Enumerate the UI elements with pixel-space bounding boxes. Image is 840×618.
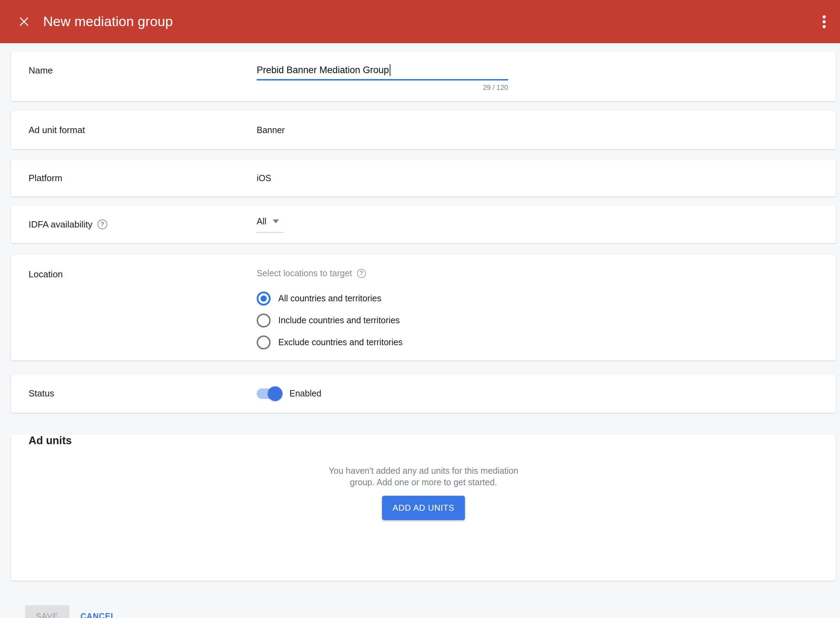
idfa-availability-label-text: IDFA availability: [28, 219, 93, 230]
empty-message-line2: group. Add one or more to get started.: [28, 477, 818, 488]
idfa-availability-card: IDFA availability ? All: [11, 205, 836, 243]
ad-units-empty-state: You haven't added any ad units for this …: [28, 465, 818, 520]
name-input-value: Prebid Banner Mediation Group: [257, 65, 389, 76]
close-icon: [18, 16, 30, 27]
empty-message-line1: You haven't added any ad units for this …: [28, 465, 818, 477]
form-content: Name Prebid Banner Mediation Group 29 / …: [0, 52, 840, 618]
radio-option-all-countries[interactable]: All countries and territories: [257, 287, 402, 309]
radio-unselected-icon: [257, 336, 271, 349]
ad-unit-format-card: Ad unit format Banner: [11, 111, 836, 149]
radio-option-label: Include countries and territories: [278, 315, 400, 325]
radio-selected-icon: [257, 291, 271, 306]
location-group-label-text: Select locations to target: [257, 268, 352, 278]
ad-unit-format-value: Banner: [257, 125, 285, 135]
radio-option-label: Exclude countries and territories: [278, 337, 402, 347]
platform-value: iOS: [257, 173, 271, 183]
ad-units-heading: Ad units: [28, 434, 818, 447]
name-card: Name Prebid Banner Mediation Group 29 / …: [11, 52, 836, 101]
dropdown-arrow-icon: [273, 220, 279, 223]
help-icon[interactable]: ?: [357, 269, 366, 278]
name-input[interactable]: Prebid Banner Mediation Group: [257, 64, 508, 76]
overflow-menu-button[interactable]: [818, 12, 830, 31]
radio-option-label: All countries and territories: [278, 293, 381, 303]
cancel-button[interactable]: CANCEL: [80, 605, 116, 618]
status-label: Status: [28, 388, 257, 399]
idfa-availability-label: IDFA availability ?: [28, 219, 257, 230]
name-label: Name: [28, 64, 257, 101]
status-value: Enabled: [289, 388, 321, 398]
radio-unselected-icon: [257, 313, 271, 327]
add-ad-units-button[interactable]: ADD AD UNITS: [382, 496, 465, 520]
close-button[interactable]: [18, 15, 31, 28]
save-button[interactable]: SAVE: [25, 605, 69, 618]
status-card: Status Enabled: [11, 374, 836, 413]
platform-card: Platform iOS: [11, 160, 836, 196]
dropdown-underline: [257, 232, 283, 233]
appbar: New mediation group: [0, 0, 840, 43]
idfa-availability-dropdown[interactable]: All: [257, 216, 283, 233]
radio-option-exclude-countries[interactable]: Exclude countries and territories: [257, 331, 402, 353]
char-counter: 29 / 120: [257, 83, 508, 92]
name-input-underline: [257, 79, 508, 80]
radio-option-include-countries[interactable]: Include countries and territories: [257, 309, 402, 331]
ad-units-card: Ad units You haven't added any ad units …: [11, 434, 836, 581]
kebab-icon: [822, 14, 826, 29]
platform-label: Platform: [28, 173, 257, 184]
idfa-availability-value: All: [257, 216, 266, 226]
location-card: Location Select locations to target ? Al…: [11, 255, 836, 361]
status-toggle[interactable]: [257, 388, 281, 399]
form-footer: SAVE CANCEL: [11, 605, 836, 618]
toggle-knob: [268, 386, 282, 401]
page-title: New mediation group: [43, 14, 173, 29]
help-icon[interactable]: ?: [98, 220, 107, 229]
location-label: Location: [28, 268, 257, 361]
ad-unit-format-label: Ad unit format: [28, 125, 257, 135]
text-cursor: [390, 64, 390, 76]
location-radio-group: Select locations to target ? All countri…: [257, 268, 402, 361]
location-group-label: Select locations to target ?: [257, 268, 402, 278]
